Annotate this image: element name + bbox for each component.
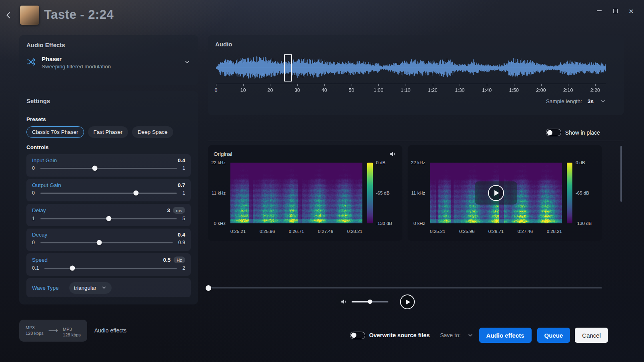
delay-slider-handle[interactable] (106, 216, 111, 221)
delay-unit: ms (173, 207, 185, 214)
playback-progress-handle[interactable] (206, 285, 211, 291)
waveform-canvas[interactable] (216, 55, 606, 81)
minimize-button[interactable] (591, 4, 607, 18)
decay-slider-handle[interactable] (96, 240, 102, 245)
speed-value: 0.5 (163, 257, 171, 263)
effect-description: Sweeping filtered modulation (42, 64, 111, 70)
show-in-place-toggle[interactable] (546, 129, 561, 136)
volume-fill (352, 301, 370, 302)
preset-deep-space[interactable]: Deep Space (132, 126, 173, 138)
show-in-place-row: Show in place (546, 129, 600, 136)
original-spectrogram-card: Original 22 kHz11 kHz0 kHz 0 dB-65 dB-13… (208, 145, 402, 241)
back-button[interactable] (2, 8, 15, 22)
play-icon (406, 300, 410, 304)
conversion-chip: MP3 128 kbps ⟶ MP3 128 kbps (19, 320, 87, 342)
playback-progress-bar[interactable] (208, 287, 602, 288)
target-format: MP3 128 kbps (63, 326, 81, 338)
controls-heading: Controls (26, 144, 191, 150)
preset-classic-70s-phaser[interactable]: Classic 70s Phaser (26, 126, 84, 138)
conversion-summary: MP3 128 kbps ⟶ MP3 128 kbps Audio effect… (19, 320, 126, 342)
source-format: MP3 128 kbps (26, 325, 44, 336)
db-axis-labels: 0 dB-65 dB-130 dB (576, 163, 599, 223)
db-colorbar (567, 163, 572, 223)
play-button[interactable] (400, 294, 415, 309)
volume-icon[interactable] (340, 298, 348, 305)
save-to-chevron-icon[interactable] (467, 332, 474, 338)
waveform[interactable] (216, 55, 606, 81)
sample-length-row: Sample length: 3s (546, 98, 606, 104)
preset-fast-phaser[interactable]: Fast Phaser (88, 126, 128, 138)
play-icon (488, 185, 504, 201)
maximize-button[interactable] (607, 4, 623, 18)
sample-length-value[interactable]: 3s (588, 98, 594, 104)
delay-value: 3 (167, 207, 170, 213)
cancel-button[interactable]: Cancel (575, 328, 608, 343)
speed-unit: Hz (174, 257, 185, 263)
presets-heading: Presets (26, 116, 191, 122)
control-row-delay: Delay 3ms 1 5 (26, 204, 191, 226)
conversion-label: Audio effects (94, 327, 127, 334)
input-gain-slider[interactable] (40, 168, 177, 169)
effect-selector[interactable]: Phaser Sweeping filtered modulation (26, 56, 191, 70)
db-axis-labels: 0 dB-65 dB-130 dB (376, 163, 399, 223)
processed-spectrogram-card: 22 kHz11 kHz0 kHz 0 dB-65 dB-130 dB 0:25… (408, 145, 602, 241)
window-controls: × (591, 4, 639, 18)
original-label: Original (214, 151, 232, 157)
delay-slider[interactable] (40, 218, 177, 219)
input-gain-value: 0.4 (178, 157, 185, 163)
overwrite-source-toggle[interactable] (350, 332, 365, 339)
control-row-input-gain: Input Gain 0.4 0 1 (26, 154, 191, 177)
control-row-decay: Decay 0.4 0 0.9 (26, 229, 191, 251)
output-gain-value: 0.7 (178, 182, 185, 188)
output-gain-slider[interactable] (40, 193, 177, 194)
divider (208, 141, 624, 141)
volume-control (336, 294, 393, 309)
decay-value: 0.4 (178, 232, 185, 238)
audio-effects-button[interactable]: Audio effects (479, 328, 532, 343)
preview-play-button[interactable] (475, 181, 517, 205)
original-spectrogram-header: Original (214, 149, 397, 159)
source-format-name: MP3 (26, 325, 44, 330)
output-gain-max: 1 (182, 190, 185, 196)
overwrite-source-label: Overwrite source files (369, 332, 430, 338)
frequency-axis-labels: 22 kHz11 kHz0 kHz (208, 163, 228, 223)
minimize-icon (597, 10, 602, 11)
app-window: Taste - 2:24 × Audio Effects Phaser Swee… (0, 0, 644, 362)
decay-min: 0 (32, 240, 35, 245)
output-gain-label: Output Gain (32, 182, 61, 188)
source-bitrate: 128 kbps (26, 330, 44, 336)
input-gain-slider-handle[interactable] (92, 166, 98, 171)
volume-slider-handle[interactable] (368, 300, 372, 304)
wave-type-select[interactable]: triangular (69, 282, 112, 294)
decay-label: Decay (32, 232, 47, 238)
speaker-icon[interactable] (389, 150, 397, 158)
wave-type-label: Wave Type (32, 285, 59, 291)
time-axis: 010203040501:001:101:201:301:401:502:002… (216, 84, 606, 96)
speed-slider-handle[interactable] (70, 266, 75, 271)
decay-slider[interactable] (40, 242, 173, 243)
frequency-axis-labels: 22 kHz11 kHz0 kHz (408, 163, 428, 223)
wave-type-value: triangular (74, 285, 96, 291)
speed-slider[interactable] (44, 268, 177, 269)
footer-bar: Overwrite source files Save to: Audio ef… (350, 328, 608, 343)
volume-slider[interactable] (352, 301, 388, 302)
db-colorbar (367, 163, 373, 223)
audio-effects-card: Audio Effects Phaser Sweeping filtered m… (19, 35, 198, 85)
maximize-icon (613, 9, 618, 13)
speed-max: 2 (182, 265, 185, 271)
sample-selection-box[interactable] (284, 54, 292, 82)
show-in-place-label: Show in place (565, 129, 600, 136)
page-title: Taste - 2:24 (44, 8, 114, 22)
sample-length-label: Sample length: (546, 98, 582, 104)
shuffle-icon (26, 57, 36, 68)
control-row-speed: Speed 0.5Hz 0.1 2 (26, 253, 191, 276)
scrollbar[interactable] (620, 146, 622, 202)
queue-button[interactable]: Queue (537, 328, 570, 343)
output-gain-slider-handle[interactable] (133, 191, 138, 196)
close-button[interactable]: × (623, 4, 639, 18)
chevron-down-icon[interactable] (184, 58, 191, 67)
speed-label: Speed (32, 257, 48, 263)
target-format-name: MP3 (63, 326, 81, 332)
album-art (20, 6, 39, 25)
chevron-down-icon[interactable] (600, 98, 606, 104)
